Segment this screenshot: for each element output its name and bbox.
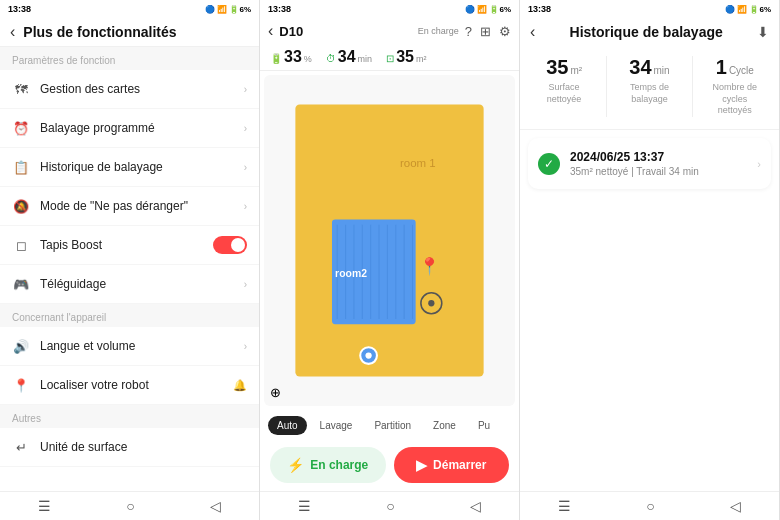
panel-map: 13:38 🔵 📶 🔋6% ‹ D10 En charge ? ⊞ ⚙ 🔋 33… [260,0,520,520]
hist-stat-cycles: 1 Cycle Nombre de cycles nettoyés [705,56,765,117]
menu-item-dnd[interactable]: 🔕 Mode de "Ne pas déranger" › [0,187,259,226]
dnd-icon: 🔕 [12,197,30,215]
remote-label: Téléguidage [40,277,234,291]
status-bar-p3: 13:38 🔵 📶 🔋6% [520,0,779,18]
entry-detail: 35m² nettoyé | Travail 34 min [570,166,747,177]
nav-back-icon[interactable]: ◁ [210,498,221,514]
tab-zone[interactable]: Zone [424,416,465,435]
hist-time-unit: min [654,65,670,76]
page-title-p3: Historique de balayage [543,24,749,40]
nav-menu-icon-p2[interactable]: ☰ [298,498,311,514]
svg-text:room2: room2 [335,268,367,279]
menu-item-locate[interactable]: 📍 Localiser votre robot 🔔 [0,366,259,405]
lang-label: Langue et volume [40,339,234,353]
hist-area-unit: m² [570,65,582,76]
hist-stat-time: 34 min Temps de balayage [619,56,679,105]
svg-point-18 [428,300,434,306]
arrow-icon: › [244,201,247,212]
wifi-icon-p2: 📶 [477,5,487,14]
stat-battery: 🔋 33 % [270,48,312,66]
action-buttons: ⚡ En charge ▶ Démarrer [260,441,519,491]
page-title-p1: Plus de fonctionnalités [23,24,176,40]
hist-area-value: 35 [546,56,568,79]
p1-header: ‹ Plus de fonctionnalités [0,18,259,47]
hist-cycles-value: 1 [716,56,727,79]
panel-features: 13:38 🔵 📶 🔋6% ‹ Plus de fonctionnalités … [0,0,260,520]
stat-separator-2 [692,56,693,117]
back-button-p3[interactable]: ‹ [530,24,535,40]
wifi-icon-p3: 📶 [737,5,747,14]
device-name: D10 [279,24,407,39]
area-stat-icon: ⊡ [386,53,394,64]
nav-menu-icon-p3[interactable]: ☰ [558,498,571,514]
arrow-icon: › [244,341,247,352]
svg-text:room 1: room 1 [400,157,436,169]
download-icon[interactable]: ⬇ [757,24,769,40]
menu-item-maps[interactable]: 🗺 Gestion des cartes › [0,70,259,109]
map-container[interactable]: room 1 room2 📍 ⊕ [264,75,515,406]
area-value: 35 [396,48,414,66]
menu-item-remote[interactable]: 🎮 Téléguidage › [0,265,259,304]
start-button[interactable]: ▶ Démarrer [394,447,510,483]
menu-item-history[interactable]: 📋 Historique de balayage › [0,148,259,187]
question-icon[interactable]: ? [465,24,472,39]
maps-label: Gestion des cartes [40,82,234,96]
nav-back-icon-p2[interactable]: ◁ [470,498,481,514]
tab-wash[interactable]: Lavage [311,416,362,435]
locate-icon: 📍 [12,376,30,394]
status-bar-p1: 13:38 🔵 📶 🔋6% [0,0,259,18]
menu-item-carpet[interactable]: ◻ Tapis Boost [0,226,259,265]
lang-icon: 🔊 [12,337,30,355]
nav-home-icon-p2[interactable]: ○ [386,498,394,514]
entry-date: 2024/06/25 13:37 [570,150,747,164]
status-icons-p1: 🔵 📶 🔋6% [205,5,251,14]
schedule-icon: ⏰ [12,119,30,137]
surface-icon: ↵ [12,438,30,456]
status-time-p3: 13:38 [528,4,551,14]
stats-bar: 🔋 33 % ⏱ 34 min ⊡ 35 m² [260,44,519,71]
status-icons-p3: 🔵 📶 🔋6% [725,5,771,14]
charge-label: En charge [310,458,368,472]
back-button[interactable]: ‹ [10,24,15,40]
nav-menu-icon[interactable]: ☰ [38,498,51,514]
panel-history: 13:38 🔵 📶 🔋6% ‹ Historique de balayage ⬇… [520,0,780,520]
nav-home-icon-p3[interactable]: ○ [646,498,654,514]
charge-icon: ⚡ [287,457,304,473]
layers-icon[interactable]: ⊕ [270,385,281,400]
settings-icon[interactable]: ⚙ [499,24,511,39]
bottom-nav-p3: ☰ ○ ◁ [520,491,779,520]
history-icon: 📋 [12,158,30,176]
battery-unit: % [304,54,312,64]
tab-pu[interactable]: Pu [469,416,499,435]
area-unit: m² [416,54,427,64]
hist-cycles-label: Nombre de cycles nettoyés [705,82,765,117]
surface-label: Unité de surface [40,440,247,454]
status-time-p2: 13:38 [268,4,291,14]
battery-value: 33 [284,48,302,66]
grid-icon[interactable]: ⊞ [480,24,491,39]
remote-icon: 🎮 [12,275,30,293]
tab-auto[interactable]: Auto [268,416,307,435]
menu-item-surface[interactable]: ↵ Unité de surface [0,428,259,467]
nav-back-icon-p3[interactable]: ◁ [730,498,741,514]
entry-info: 2024/06/25 13:37 35m² nettoyé | Travail … [570,150,747,177]
carpet-toggle[interactable] [213,236,247,254]
arrow-icon: › [244,279,247,290]
time-unit: min [358,54,373,64]
nav-home-icon[interactable]: ○ [126,498,134,514]
status-bar-p2: 13:38 🔵 📶 🔋6% [260,0,519,18]
start-icon: ▶ [416,457,427,473]
entry-arrow-icon: › [757,158,761,170]
hist-time-label: Temps de balayage [619,82,679,105]
charge-button[interactable]: ⚡ En charge [270,447,386,483]
section-label-3: Autres [0,405,259,428]
wifi-icon: 📶 [217,5,227,14]
back-button-p2[interactable]: ‹ [268,23,273,39]
check-icon: ✓ [538,153,560,175]
tab-partition[interactable]: Partition [365,416,420,435]
bell-icon: 🔔 [233,379,247,392]
history-entry[interactable]: ✓ 2024/06/25 13:37 35m² nettoyé | Travai… [528,138,771,189]
clock-stat-icon: ⏱ [326,53,336,64]
menu-item-lang[interactable]: 🔊 Langue et volume › [0,327,259,366]
menu-item-schedule[interactable]: ⏰ Balayage programmé › [0,109,259,148]
